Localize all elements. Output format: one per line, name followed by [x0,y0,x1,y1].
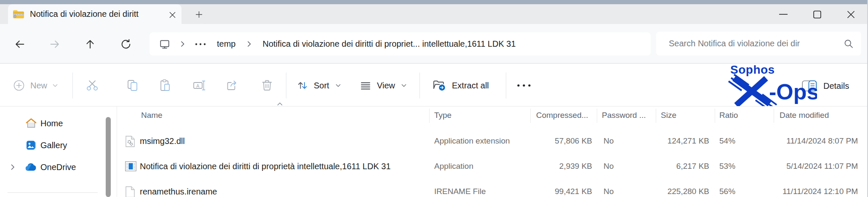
column-header-ratio[interactable]: Ratio [719,106,738,124]
file-name[interactable]: Notifica di violazione dei diritti di pr… [140,154,391,178]
svg-text:A: A [196,83,200,88]
plus-circle-icon [13,79,25,92]
search-icon[interactable] [843,38,855,50]
file-row[interactable]: renamethus.irename IRENAME File 99,421 K… [117,180,868,197]
file-password-protected: No [604,154,614,178]
zip-folder-icon [12,9,24,19]
dll-file-icon [125,135,136,148]
column-separator[interactable] [530,109,531,123]
file-type: IRENAME File [434,180,486,197]
view-list-icon [359,79,372,92]
file-icon [125,186,136,197]
column-separator[interactable] [774,109,774,123]
sort-button-label: Sort [314,81,329,91]
column-header-type[interactable]: Type [434,106,451,124]
details-button-label: Details [823,81,849,91]
back-icon[interactable] [11,36,28,53]
file-password-protected: No [604,180,614,197]
sidebar-item-label: OneDrive [40,162,76,172]
new-button[interactable]: New [13,75,58,96]
copy-icon[interactable] [123,76,142,95]
this-pc-icon[interactable] [159,38,171,50]
explorer-tab[interactable]: Notifica di violazione dei diritt [8,4,182,24]
file-compressed-size: 99,421 KB [485,180,592,197]
file-password-protected: No [604,129,614,153]
search-input[interactable] [668,38,830,49]
home-icon [25,117,37,129]
column-separator[interactable] [429,109,430,123]
paste-icon[interactable] [156,76,175,95]
file-name[interactable]: renamethus.irename [140,180,217,197]
maximize-button[interactable] [806,6,828,22]
up-icon[interactable] [82,36,99,53]
watermark-sophos-text: Sophos [730,63,775,76]
toolbar-divider [286,72,286,98]
close-window-button[interactable] [840,6,862,22]
share-icon[interactable] [223,76,241,95]
file-ratio: 56% [719,180,735,197]
column-header-date-modified[interactable]: Date modified [780,106,829,124]
column-header-compressed[interactable]: Compressed... [536,106,588,124]
sort-arrows-icon [296,79,309,92]
column-headers: Name Type Compressed... Password ... Siz… [117,106,868,124]
address-bar[interactable]: temp Notifica di violazione dei diritti … [150,32,651,56]
column-separator[interactable] [656,109,656,123]
application-icon [125,161,136,172]
breadcrumb-chevron-icon [246,41,251,48]
breadcrumb-item-temp[interactable]: temp [217,39,235,49]
forward-icon[interactable] [46,36,63,53]
file-ratio: 53% [719,154,735,178]
file-date-modified: 5/14/2024 11:07 PM [753,154,858,178]
breadcrumb-overflow-icon[interactable] [194,41,207,48]
column-header-size[interactable]: Size [661,106,676,124]
sidebar-item-label: Gallery [40,141,67,150]
tab-close-icon[interactable] [167,10,177,20]
new-tab-button[interactable] [193,8,205,20]
column-header-name[interactable]: Name [141,106,163,124]
toolbar-divider [72,72,73,98]
column-separator[interactable] [597,109,597,123]
titlebar: Notifica di violazione dei diritt [0,4,868,24]
file-name[interactable]: msimg32.dll [140,129,185,153]
rename-icon[interactable]: A [190,76,208,95]
delete-icon[interactable] [258,76,276,95]
toolbar-divider [419,72,420,98]
file-explorer-window: Notifica di violazione dei diritt [0,0,868,197]
column-header-password[interactable]: Password ... [602,106,646,124]
new-button-label: New [30,81,47,91]
view-button[interactable]: View [359,75,407,96]
sidebar-item-onedrive[interactable]: OneDrive [0,160,101,175]
cut-icon[interactable] [83,76,101,95]
file-date-modified: 11/11/2024 12:10 PM [753,180,858,197]
window-top-edge [0,0,868,4]
breadcrumb-chevron-icon [180,41,185,48]
sidebar: Home Gallery OneDrive [0,106,117,197]
file-ratio: 54% [719,129,735,153]
chevron-down-icon [401,83,407,88]
sidebar-item-gallery[interactable]: Gallery [0,138,101,153]
file-type: Application [434,154,473,178]
refresh-icon[interactable] [118,36,134,53]
file-compressed-size: 57,806 KB [485,129,592,153]
extract-all-button[interactable]: Extract all [432,75,489,96]
extract-all-button-label: Extract all [452,81,489,91]
toolbar-divider [506,72,506,98]
file-row[interactable]: Notifica di violazione dei diritti di pr… [117,154,868,178]
sidebar-scrollbar[interactable] [106,117,111,197]
more-options-icon[interactable] [515,76,533,95]
chevron-down-icon [335,83,341,88]
extract-folder-icon [432,79,446,92]
sidebar-item-home[interactable]: Home [0,116,101,131]
sort-button[interactable]: Sort [296,75,341,96]
watermark-ops-text: -Ops [769,80,817,104]
navigation-bar: temp Notifica di violazione dei diritti … [0,24,868,64]
sophos-xops-watermark: Sophos -Ops [728,63,817,106]
search-box[interactable] [656,32,861,56]
minimize-button[interactable] [772,6,794,22]
breadcrumb-item-current-folder[interactable]: Notifica di violazione dei diritti di pr… [262,39,515,49]
file-row[interactable]: msimg32.dll Application extension 57,806… [117,129,868,153]
column-separator[interactable] [715,109,715,123]
chevron-down-icon [52,83,58,88]
chevron-right-icon[interactable] [9,164,16,170]
sidebar-divider [8,192,98,193]
